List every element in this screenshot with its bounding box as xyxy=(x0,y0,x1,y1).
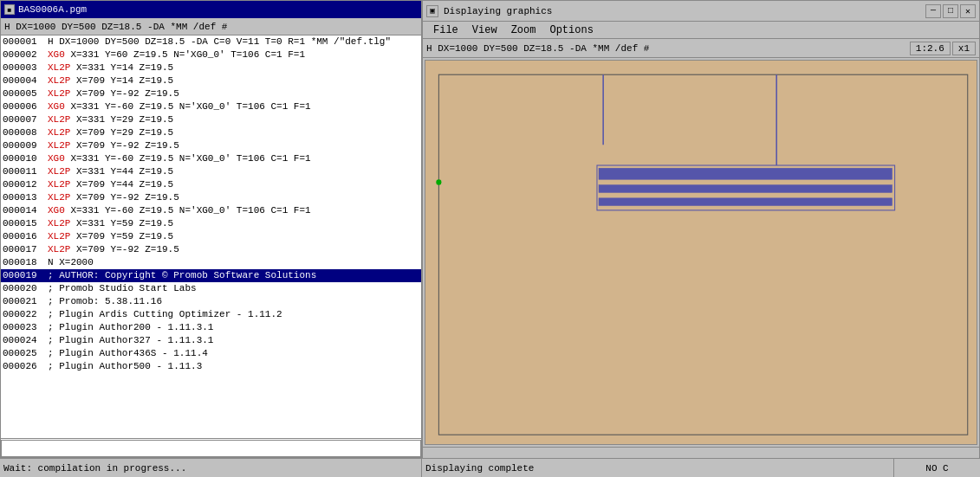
right-title-bar: ▣ Displaying graphics ─ □ ✕ xyxy=(423,1,979,22)
table-row[interactable]: 000015XL2P X=331 Y=59 Z=19.5 xyxy=(1,217,421,230)
minimize-button[interactable]: ─ xyxy=(925,4,941,18)
left-header: H DX=1000 DY=500 DZ=18.5 -DA *MM /def # xyxy=(1,18,421,35)
table-row[interactable]: 000020; Promob Studio Start Labs xyxy=(1,282,421,295)
status-right: NO C xyxy=(893,459,980,477)
line-number: 000008 xyxy=(3,126,48,139)
line-number: 000018 xyxy=(3,256,48,269)
table-row[interactable]: 000013XL2P X=709 Y=-92 Z=19.5 xyxy=(1,191,421,204)
zoom-controls: 1:2.6 x1 xyxy=(910,42,976,55)
line-number: 000024 xyxy=(3,334,48,347)
line-number: 000006 xyxy=(3,100,48,113)
status-middle: Displaying complete xyxy=(422,459,893,477)
line-content: XG0 X=331 Y=-60 Z=19.5 N='XG0_0' T=106 C… xyxy=(48,100,419,113)
close-button[interactable]: ✕ xyxy=(960,4,976,18)
table-row[interactable]: 000003XL2P X=331 Y=14 Z=19.5 xyxy=(1,61,421,74)
right-header-text: H DX=1000 DY=500 DZ=18.5 -DA *MM /def # xyxy=(426,43,649,54)
window-controls: ─ □ ✕ xyxy=(925,4,976,18)
line-number: 000026 xyxy=(3,360,48,373)
maximize-button[interactable]: □ xyxy=(943,4,958,18)
svg-rect-4 xyxy=(599,185,892,193)
line-number: 000023 xyxy=(3,321,48,334)
table-row[interactable]: 000012XL2P X=709 Y=44 Z=19.5 xyxy=(1,178,421,191)
menu-file[interactable]: File xyxy=(426,23,465,38)
line-number: 000013 xyxy=(3,191,48,204)
status-left-text: Wait: compilation in progress... xyxy=(3,463,186,474)
table-row[interactable]: 000026; Plugin Author500 - 1.11.3 xyxy=(1,360,421,373)
line-content: ; Plugin Author200 - 1.11.3.1 xyxy=(48,321,419,334)
table-row[interactable]: 000005XL2P X=709 Y=-92 Z=19.5 xyxy=(1,87,421,100)
status-right-text: NO C xyxy=(925,463,948,474)
line-content: N X=2000 xyxy=(48,256,419,269)
menu-bar: File View Zoom Options xyxy=(423,22,979,39)
line-content: H DX=1000 DY=500 DZ=18.5 -DA C=0 V=11 T=… xyxy=(48,35,419,48)
table-row[interactable]: 000019; AUTHOR: Copyright © Promob Softw… xyxy=(1,269,421,282)
table-row[interactable]: 000006XG0 X=331 Y=-60 Z=19.5 N='XG0_0' T… xyxy=(1,100,421,113)
table-row[interactable]: 000001H DX=1000 DY=500 DZ=18.5 -DA C=0 V… xyxy=(1,35,421,48)
line-number: 000005 xyxy=(3,87,48,100)
table-row[interactable]: 000022; Plugin Ardis Cutting Optimizer -… xyxy=(1,308,421,321)
table-row[interactable]: 000016XL2P X=709 Y=59 Z=19.5 xyxy=(1,230,421,243)
line-content: XL2P X=331 Y=59 Z=19.5 xyxy=(48,217,419,230)
table-row[interactable]: 000023; Plugin Author200 - 1.11.3.1 xyxy=(1,321,421,334)
code-area[interactable]: 000001H DX=1000 DY=500 DZ=18.5 -DA C=0 V… xyxy=(1,35,421,438)
zoom-ratio[interactable]: 1:2.6 xyxy=(910,42,951,55)
line-content: ; Plugin Author327 - 1.11.3.1 xyxy=(48,334,419,347)
left-title-bar: ■ BAS0006A.pgm xyxy=(1,1,421,18)
menu-view[interactable]: View xyxy=(465,23,504,38)
line-content: XL2P X=331 Y=44 Z=19.5 xyxy=(48,165,419,178)
table-row[interactable]: 000004XL2P X=709 Y=14 Z=19.5 xyxy=(1,74,421,87)
table-row[interactable]: 000025; Plugin Author436S - 1.11.4 xyxy=(1,347,421,360)
line-content: ; Plugin Author500 - 1.11.3 xyxy=(48,360,419,373)
line-number: 000025 xyxy=(3,347,48,360)
line-content: XL2P X=709 Y=-92 Z=19.5 xyxy=(48,243,419,256)
line-number: 000009 xyxy=(3,139,48,152)
line-content: XL2P X=709 Y=14 Z=19.5 xyxy=(48,74,419,87)
line-content: XG0 X=331 Y=-60 Z=19.5 N='XG0_0' T=106 C… xyxy=(48,204,419,217)
table-row[interactable]: 000014XG0 X=331 Y=-60 Z=19.5 N='XG0_0' T… xyxy=(1,204,421,217)
line-number: 000022 xyxy=(3,308,48,321)
table-row[interactable]: 000018N X=2000 xyxy=(1,256,421,269)
right-panel: ▣ Displaying graphics ─ □ ✕ File View Zo… xyxy=(422,0,980,477)
line-number: 000011 xyxy=(3,165,48,178)
table-row[interactable]: 000017XL2P X=709 Y=-92 Z=19.5 xyxy=(1,243,421,256)
horizontal-scrollbar[interactable] xyxy=(423,447,979,459)
table-row[interactable]: 000002XG0 X=331 Y=60 Z=19.5 N='XG0_0' T=… xyxy=(1,48,421,61)
menu-zoom[interactable]: Zoom xyxy=(504,23,543,38)
line-number: 000012 xyxy=(3,178,48,191)
line-content: XG0 X=331 Y=-60 Z=19.5 N='XG0_0' T=106 C… xyxy=(48,152,419,165)
line-content: XL2P X=709 Y=-92 Z=19.5 xyxy=(48,87,419,100)
right-title-text: Displaying graphics xyxy=(444,6,552,16)
menu-options[interactable]: Options xyxy=(542,23,600,38)
line-content: XG0 X=331 Y=60 Z=19.5 N='XG0_0' T=106 C=… xyxy=(48,48,419,61)
table-row[interactable]: 000024; Plugin Author327 - 1.11.3.1 xyxy=(1,334,421,347)
command-input[interactable] xyxy=(1,440,421,457)
right-header: H DX=1000 DY=500 DZ=18.5 -DA *MM /def # … xyxy=(423,39,979,58)
line-content: XL2P X=331 Y=29 Z=19.5 xyxy=(48,113,419,126)
table-row[interactable]: 000008XL2P X=709 Y=29 Z=19.5 xyxy=(1,126,421,139)
svg-point-7 xyxy=(436,179,441,184)
line-number: 000014 xyxy=(3,204,48,217)
line-content: XL2P X=709 Y=-92 Z=19.5 xyxy=(48,139,419,152)
line-number: 000004 xyxy=(3,74,48,87)
line-content: ; Promob Studio Start Labs xyxy=(48,282,419,295)
table-row[interactable]: 000011XL2P X=331 Y=44 Z=19.5 xyxy=(1,165,421,178)
table-row[interactable]: 000021; Promob: 5.38.11.16 xyxy=(1,295,421,308)
zoom-x1[interactable]: x1 xyxy=(952,42,976,55)
status-middle-text: Displaying complete xyxy=(425,463,534,474)
left-panel: ■ BAS0006A.pgm H DX=1000 DY=500 DZ=18.5 … xyxy=(0,0,422,477)
graphic-canvas xyxy=(425,61,977,444)
line-number: 000017 xyxy=(3,243,48,256)
line-content: XL2P X=709 Y=29 Z=19.5 xyxy=(48,126,419,139)
table-row[interactable]: 000010XG0 X=331 Y=-60 Z=19.5 N='XG0_0' T… xyxy=(1,152,421,165)
left-title-icon: ■ xyxy=(4,4,15,15)
line-number: 000016 xyxy=(3,230,48,243)
canvas-area[interactable] xyxy=(425,60,977,445)
line-content: ; Plugin Ardis Cutting Optimizer - 1.11.… xyxy=(48,308,419,321)
line-content: XL2P X=709 Y=59 Z=19.5 xyxy=(48,230,419,243)
table-row[interactable]: 000007XL2P X=331 Y=29 Z=19.5 xyxy=(1,113,421,126)
table-row[interactable]: 000009XL2P X=709 Y=-92 Z=19.5 xyxy=(1,139,421,152)
svg-rect-3 xyxy=(599,168,892,179)
line-number: 000021 xyxy=(3,295,48,308)
line-number: 000003 xyxy=(3,61,48,74)
line-content: ; AUTHOR: Copyright © Promob Software So… xyxy=(48,269,419,282)
